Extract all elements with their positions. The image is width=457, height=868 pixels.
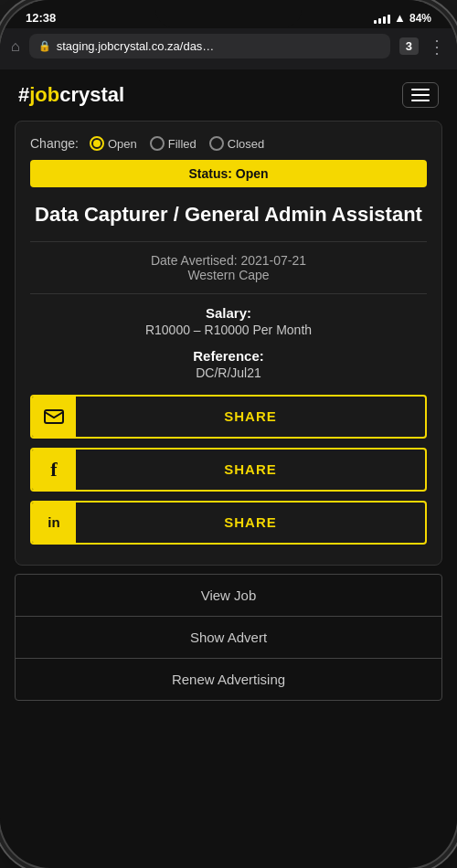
reference-label: Reference: xyxy=(30,348,427,364)
linkedin-icon: in xyxy=(32,503,76,543)
radio-open[interactable]: Open xyxy=(90,136,137,151)
status-banner: Status: Open xyxy=(30,160,427,187)
date-advertised: Date Avertised: 2021-07-21 xyxy=(30,253,427,268)
url-text: staging.jobcrystal.co.za/das… xyxy=(57,39,381,53)
salary-label: Salary: xyxy=(30,305,427,321)
divider-2 xyxy=(30,293,427,294)
home-button[interactable]: ⌂ xyxy=(11,38,20,55)
logo-crystal: crystal xyxy=(59,83,124,106)
renew-advertising-button[interactable]: Renew Advertising xyxy=(15,658,442,701)
signal-icon xyxy=(374,13,390,24)
logo-job: job xyxy=(29,83,59,106)
date-value: 2021-07-21 xyxy=(240,253,306,268)
reference-section: Reference: DC/R/Jul21 xyxy=(30,348,427,380)
browser-top-bar: ⌂ 🔒 staging.jobcrystal.co.za/das… 3 ⋮ xyxy=(11,34,446,58)
facebook-share-label: SHARE xyxy=(76,461,425,477)
tab-count[interactable]: 3 xyxy=(399,37,419,55)
share-buttons: SHARE f SHARE in SHARE xyxy=(30,395,427,545)
time: 12:38 xyxy=(26,11,56,25)
more-button[interactable]: ⋮ xyxy=(428,36,446,58)
salary-value: R10000 – R10000 Per Month xyxy=(30,323,427,337)
reference-value: DC/R/Jul21 xyxy=(30,365,427,380)
salary-section: Salary: R10000 – R10000 Per Month xyxy=(30,305,427,337)
date-label: Date Avertised: xyxy=(151,253,238,268)
facebook-share-button[interactable]: f SHARE xyxy=(30,448,427,492)
action-buttons: View Job Show Advert Renew Advertising xyxy=(0,574,457,719)
divider-1 xyxy=(30,241,427,242)
email-share-label: SHARE xyxy=(76,408,425,424)
radio-closed[interactable]: Closed xyxy=(209,136,264,151)
navbar: #jobcrystal xyxy=(0,69,457,121)
radio-circle-closed xyxy=(209,136,224,151)
radio-filled[interactable]: Filled xyxy=(150,136,197,151)
hamburger-line-3 xyxy=(411,100,430,101)
linkedin-share-label: SHARE xyxy=(76,514,425,530)
show-advert-button[interactable]: Show Advert xyxy=(15,616,442,659)
radio-open-label: Open xyxy=(108,137,137,151)
email-share-button[interactable]: SHARE xyxy=(30,395,427,439)
facebook-icon: f xyxy=(32,450,76,490)
logo: #jobcrystal xyxy=(18,83,124,107)
job-title: Data Capturer / General Admin Assistant xyxy=(30,202,427,228)
radio-dot-open xyxy=(93,140,101,147)
hamburger-line-2 xyxy=(411,94,430,96)
location: Western Cape xyxy=(30,268,427,282)
email-icon xyxy=(32,397,76,437)
logo-hash: # xyxy=(18,83,29,106)
view-job-button[interactable]: View Job xyxy=(15,574,442,617)
battery-percent: 84% xyxy=(409,12,431,25)
change-label: Change: xyxy=(30,136,79,151)
radio-filled-label: Filled xyxy=(168,137,197,151)
url-bar[interactable]: 🔒 staging.jobcrystal.co.za/das… xyxy=(29,34,390,58)
radio-closed-label: Closed xyxy=(228,137,264,151)
hamburger-line-1 xyxy=(411,89,430,90)
browser-chrome: ⌂ 🔒 staging.jobcrystal.co.za/das… 3 ⋮ xyxy=(0,28,457,69)
lock-icon: 🔒 xyxy=(38,40,51,52)
radio-circle-filled xyxy=(150,136,165,151)
page-content: #jobcrystal Change: Open xyxy=(0,69,457,831)
phone-notch xyxy=(155,0,302,27)
phone-frame: 12:38 ▲ 84% ⌂ 🔒 staging.jobcrystal.co.za… xyxy=(0,0,457,868)
radio-group: Open Filled Closed xyxy=(90,136,264,151)
hamburger-button[interactable] xyxy=(402,82,439,108)
wifi-icon: ▲ xyxy=(394,11,406,25)
radio-circle-open xyxy=(90,136,104,151)
change-row: Change: Open Filled Closed xyxy=(30,136,427,151)
job-card: Change: Open Filled Closed xyxy=(15,121,442,566)
linkedin-share-button[interactable]: in SHARE xyxy=(30,501,427,545)
status-icons: ▲ 84% xyxy=(374,11,431,25)
meta-section: Date Avertised: 2021-07-21 Western Cape xyxy=(30,253,427,282)
